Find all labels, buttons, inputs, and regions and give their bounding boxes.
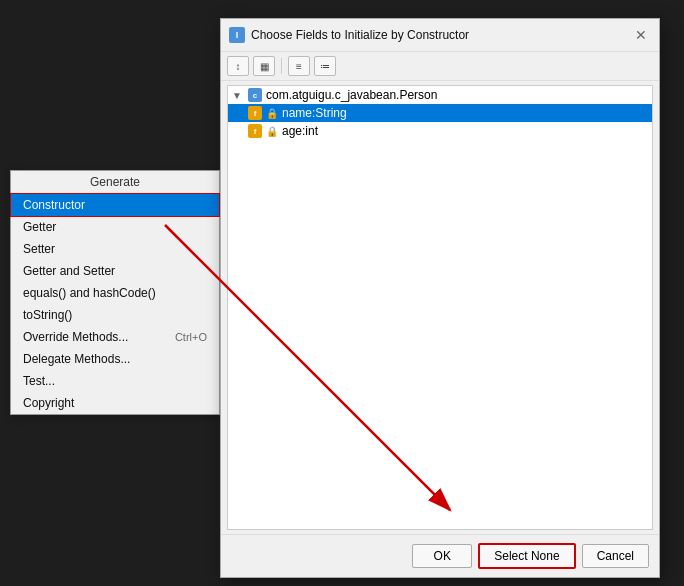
class-icon: c (248, 88, 262, 102)
context-menu-header: Generate (11, 171, 219, 194)
field-icon: f (248, 106, 262, 120)
dialog-footer: OK Select None Cancel (221, 534, 659, 577)
context-menu-item-tostring[interactable]: toString() (11, 304, 219, 326)
context-menu-item-label: Constructor (23, 198, 85, 212)
align-button[interactable]: ≡ (288, 56, 310, 76)
sort-icon: ↕ (236, 61, 241, 72)
options-icon: ≔ (320, 61, 330, 72)
dialog-title: Choose Fields to Initialize by Construct… (251, 28, 625, 42)
field-icon: f (248, 124, 262, 138)
tree-root-label: com.atguigu.c_javabean.Person (266, 88, 437, 102)
context-menu-item-delegate[interactable]: Delegate Methods... (11, 348, 219, 370)
tree-field-label: age:int (282, 124, 318, 138)
context-menu-item-label: equals() and hashCode() (23, 286, 156, 300)
toolbar-separator (281, 58, 282, 74)
context-menu-item-copyright[interactable]: Copyright (11, 392, 219, 414)
context-menu-item-constructor[interactable]: Constructor (11, 194, 219, 216)
cancel-button[interactable]: Cancel (582, 544, 649, 568)
dialog-icon: I (229, 27, 245, 43)
context-menu-item-label: Delegate Methods... (23, 352, 130, 366)
context-menu-item-getter[interactable]: Getter (11, 216, 219, 238)
context-menu-item-setter[interactable]: Setter (11, 238, 219, 260)
tree-field-age[interactable]: f 🔒 age:int (228, 122, 652, 140)
options-button[interactable]: ≔ (314, 56, 336, 76)
context-menu-item-getter-setter[interactable]: Getter and Setter (11, 260, 219, 282)
expand-chevron: ▼ (232, 90, 244, 101)
context-menu-item-label: Override Methods... (23, 330, 128, 344)
lock-icon: 🔒 (266, 108, 278, 119)
dialog-titlebar: I Choose Fields to Initialize by Constru… (221, 19, 659, 52)
tree-root-node[interactable]: ▼ c com.atguigu.c_javabean.Person (228, 86, 652, 104)
choose-fields-dialog: I Choose Fields to Initialize by Constru… (220, 18, 660, 578)
close-button[interactable]: ✕ (631, 25, 651, 45)
fields-tree: ▼ c com.atguigu.c_javabean.Person f 🔒 na… (227, 85, 653, 530)
context-menu-item-label: Getter (23, 220, 56, 234)
tree-field-name[interactable]: f 🔒 name:String (228, 104, 652, 122)
context-menu-item-shortcut: Ctrl+O (175, 331, 207, 343)
ok-button[interactable]: OK (412, 544, 472, 568)
context-menu-item-label: toString() (23, 308, 72, 322)
context-menu-item-label: Getter and Setter (23, 264, 115, 278)
context-menu-item-label: Test... (23, 374, 55, 388)
view-icon: ▦ (260, 61, 269, 72)
context-menu-item-equals-hashcode[interactable]: equals() and hashCode() (11, 282, 219, 304)
context-menu-item-override[interactable]: Override Methods... Ctrl+O (11, 326, 219, 348)
select-none-button[interactable]: Select None (478, 543, 575, 569)
align-icon: ≡ (296, 61, 302, 72)
context-menu: Generate Constructor Getter Setter Gette… (10, 170, 220, 415)
sort-button[interactable]: ↕ (227, 56, 249, 76)
lock-icon: 🔒 (266, 126, 278, 137)
view-button[interactable]: ▦ (253, 56, 275, 76)
dialog-toolbar: ↕ ▦ ≡ ≔ (221, 52, 659, 81)
tree-field-label: name:String (282, 106, 347, 120)
context-menu-item-label: Setter (23, 242, 55, 256)
context-menu-item-test[interactable]: Test... (11, 370, 219, 392)
context-menu-item-label: Copyright (23, 396, 74, 410)
